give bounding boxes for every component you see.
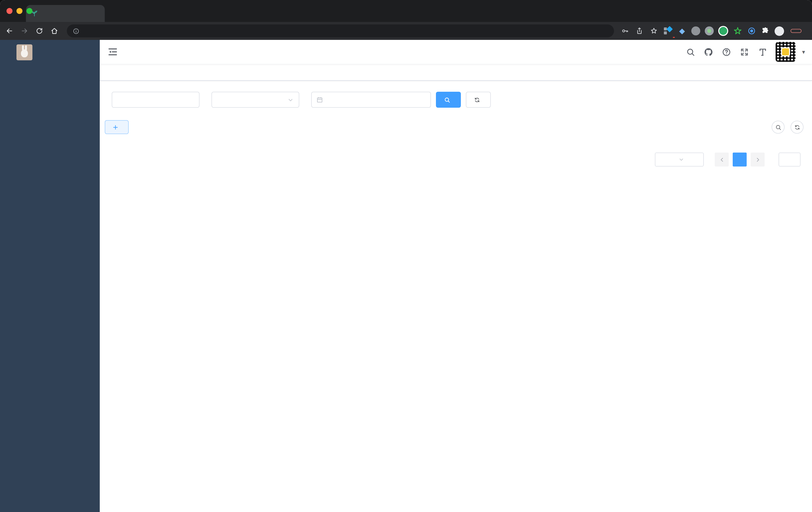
filter-form [105,92,806,108]
header-search-icon[interactable] [686,47,695,57]
site-info-icon[interactable] [73,28,79,34]
extension-yudao-icon[interactable] [718,26,728,36]
table-tools [772,121,804,133]
upload-file-button[interactable] [105,120,129,134]
browser-window: ◆ [0,0,812,512]
toggle-search-button[interactable] [772,121,785,133]
extension-star-icon[interactable] [733,26,742,36]
file-type-select[interactable] [211,92,299,108]
address-bar[interactable] [67,24,614,37]
browser-tab[interactable] [26,5,105,22]
search-icon [444,96,451,103]
back-icon[interactable] [3,24,16,37]
chevron-down-icon [678,157,684,162]
password-key-icon[interactable] [620,24,630,37]
reset-button[interactable] [466,92,491,108]
zoom-window-button[interactable] [26,8,32,14]
bookmark-star-icon[interactable] [649,24,659,37]
calendar-icon [316,96,323,103]
chevron-right-icon [755,157,760,162]
extension-grid-icon[interactable] [663,26,673,36]
goto-page [776,153,804,167]
reload-icon[interactable] [33,24,46,37]
home-icon[interactable] [48,24,61,37]
fullscreen-icon[interactable] [740,47,749,57]
extension-circle-icon[interactable] [705,26,714,35]
page-content [100,81,812,512]
search-button[interactable] [436,92,461,108]
refresh-table-button[interactable] [790,121,804,133]
profile-avatar-emoji[interactable] [775,26,784,36]
next-page-button[interactable] [751,153,764,167]
user-avatar-qr[interactable] [776,42,795,62]
chevron-down-icon [288,97,293,102]
sidebar-toggle-icon[interactable] [108,47,118,57]
tab-strip [0,0,812,22]
tags-view-bar [100,64,812,81]
refresh-icon [474,96,480,103]
extension-command-icon[interactable] [691,26,700,35]
extension-kite-icon[interactable]: ◆ [677,26,687,36]
minimize-window-button[interactable] [17,8,23,14]
chevron-left-icon [719,157,724,162]
browser-toolbar: ◆ [0,22,812,40]
github-icon[interactable] [704,47,713,57]
page-size-select[interactable] [655,153,704,167]
search-icon [775,124,781,130]
forward-icon[interactable] [18,24,31,37]
toolbar-right: ◆ [620,24,807,37]
share-icon[interactable] [634,24,644,37]
close-window-button[interactable] [6,8,12,14]
app-root: ▼ [0,40,812,512]
prev-page-button[interactable] [715,153,729,167]
goto-page-input[interactable] [779,153,801,167]
sidebar [0,40,100,512]
chrome-update-button[interactable] [790,29,802,33]
refresh-icon [794,124,800,130]
extension-eye-icon[interactable] [747,26,756,36]
top-navbar: ▼ [100,40,812,64]
current-page-button[interactable] [733,153,747,167]
file-path-input[interactable] [112,92,200,108]
help-question-icon[interactable] [722,47,731,57]
traffic-lights [6,8,32,14]
pagination [105,153,806,167]
avatar-caret-down-icon[interactable]: ▼ [801,49,806,55]
plus-icon [112,124,119,130]
date-range-picker[interactable] [311,92,431,108]
extensions-puzzle-icon[interactable] [761,26,770,36]
navbar-right: ▼ [686,42,806,62]
app-logo[interactable] [0,40,100,65]
extension-badge [673,37,675,38]
bunny-logo-image [17,44,32,60]
font-size-icon[interactable] [758,47,767,57]
table-toolbar [105,120,806,134]
main-area: ▼ [100,40,812,512]
